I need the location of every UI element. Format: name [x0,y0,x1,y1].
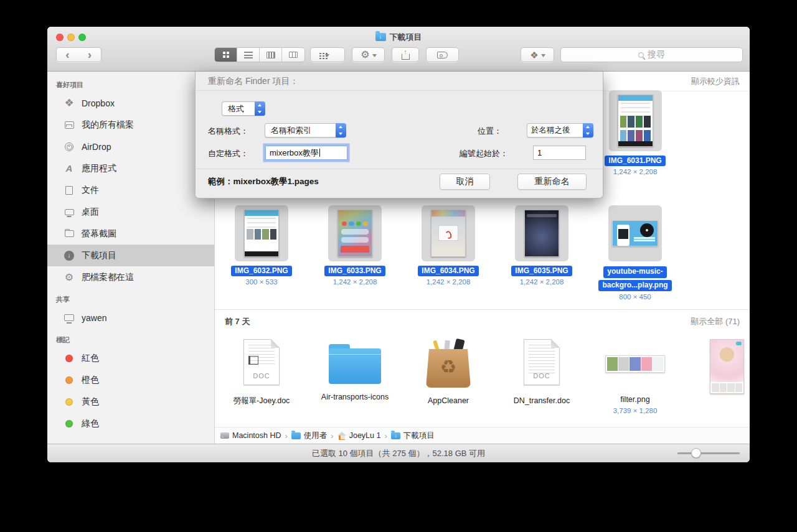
file-item-dn-transfer-doc[interactable]: DOC DN_transfer.doc [495,339,588,406]
search-input[interactable]: 搜尋 [560,47,743,62]
file-item-img-6033[interactable]: IMG_6033.PNG 1,242 × 2,208 [308,205,402,286]
desktop-icon [64,207,75,218]
sidebar-item-screenshots[interactable]: 螢幕截圖 [47,223,214,245]
finder-window: ↓下載項目 ‹ › ▾ ⚙ ▾ ↑ [47,27,750,462]
doc-file-icon: DOC [243,339,280,385]
file-item-img-6034[interactable]: IMG_6034.PNG 1,242 × 2,208 [402,205,495,286]
section-divider [215,309,750,310]
show-all-link[interactable]: 顯示全部 (71) [691,316,740,327]
sidebar: 喜好項目 ❖ Dropbox 我的所有檔案 AirDrop A 應用程式 文件 … [47,72,215,444]
name-format-popup[interactable]: 名稱和索引 [265,123,346,138]
custom-format-input[interactable]: mixerbox教學 [265,146,347,160]
file-item-img-6035[interactable]: IMG_6035.PNG 1,242 × 2,208 [495,205,588,286]
search-placeholder: 搜尋 [648,49,665,60]
screenshot-art [338,210,372,256]
smart-folder-gear-icon: ⚙ [64,272,75,283]
file-name-label: IMG_6031.PNG [605,156,665,166]
thumbnail-selection-background [608,205,662,261]
share-arrow-icon: ↑ [403,49,407,55]
rename-example-text: 範例：mixerbox教學1.pages [208,176,319,187]
airdrop-glyph [65,142,73,151]
icon-view-button[interactable] [215,48,237,62]
blue-folder-icon [329,344,381,384]
file-item-filter-png[interactable]: filter.png 3,739 × 1,280 [588,339,682,414]
search-icon [638,52,644,58]
start-number-input[interactable]: 1 [533,146,586,160]
file-name-label-line2: backgro...play.png [598,280,671,292]
cancel-button-label: 取消 [456,176,474,187]
coverflow-view-button[interactable] [282,48,304,62]
sidebar-item-yawen[interactable]: yawen [47,307,214,329]
path-item-downloads[interactable]: ↓ 下載項目 [391,431,435,441]
column-view-button[interactable] [260,48,282,62]
sidebar-item-label: Dropbox [82,98,115,108]
selfie-filter-art [710,340,743,382]
show-less-info-link[interactable]: 顯示較少資訊 [691,76,740,87]
sidebar-item-all-files[interactable]: 我的所有檔案 [47,114,214,136]
path-item-users[interactable]: 使用者 [291,431,328,441]
thumbnail-selection-background [235,205,288,261]
file-item-air-transports-icons[interactable]: Air-transports-icons [308,339,402,403]
file-dimensions: 1,242 × 2,208 [402,278,495,286]
sidebar-item-documents[interactable]: 文件 [47,179,214,201]
list-view-button[interactable] [237,48,260,62]
file-item-partial[interactable] [710,339,744,394]
edit-tags-button[interactable] [426,47,459,62]
file-name-label: IMG_6035.PNG [511,266,572,276]
orange-dot [65,376,73,384]
forward-button[interactable]: › [78,47,101,62]
green-tag-icon [64,418,75,429]
icon-size-slider[interactable] [677,452,740,454]
sidebar-item-tag-orange[interactable]: 橙色 [47,369,214,391]
drive-icon [220,432,229,439]
sidebar-item-tag-yellow[interactable]: 黃色 [47,391,214,413]
position-popup-value: 於名稱之後 [531,125,570,136]
slider-knob[interactable] [691,448,701,458]
format-popup[interactable]: 格式 [222,101,265,116]
back-button[interactable]: ‹ [56,47,79,62]
path-item-joeylu1[interactable]: JoeyLu 1 [337,431,381,440]
action-button[interactable]: ⚙ ▾ [352,47,385,62]
sidebar-item-label: 我的所有檔案 [82,119,134,131]
file-item-appcleaner[interactable]: ♻ AppCleaner [402,339,495,406]
rename-finder-items-dialog: 重新命名 Finder 項目： 格式 名稱格式： 名稱和索引 位置： 於名稱之後… [195,72,603,198]
documents-icon [64,185,75,196]
grid-view-icon [223,52,225,54]
chevron-down-icon: ▾ [541,52,545,58]
cancel-button[interactable]: 取消 [440,174,490,190]
sidebar-item-applications[interactable]: A 應用程式 [47,157,214,179]
sidebar-item-label: 桌面 [82,207,99,218]
path-bar: Macintosh HD › 使用者 › JoeyLu 1 › ↓ 下載項目 [215,427,750,444]
path-item-label: JoeyLu 1 [349,431,381,440]
dropbox-toolbar-button[interactable]: ❖ ▾ [521,47,554,62]
sidebar-item-dropbox[interactable]: ❖ Dropbox [47,92,214,114]
all-files-icon [64,119,75,131]
arrange-button[interactable]: ▾ [310,47,345,62]
name-format-label: 名稱格式： [208,126,248,137]
file-item-laobaodan-doc[interactable]: DOC 勞報單-Joey.doc [215,339,308,406]
file-item-img-6032[interactable]: IMG_6032.PNG 300 × 533 [215,205,308,286]
popup-stepper-icon [255,101,265,116]
name-format-popup-value: 名稱和索引 [271,125,311,136]
thumbnail-selection-background [609,90,662,151]
sidebar-item-tag-red[interactable]: 紅色 [47,347,214,369]
sidebar-item-label: 綠色 [82,418,99,429]
orange-tag-icon [64,375,75,386]
sidebar-item-downloads[interactable]: ↓ 下載項目 [47,245,214,266]
sidebar-item-airdrop[interactable]: AirDrop [47,136,214,157]
path-separator-icon: › [285,431,288,441]
position-popup[interactable]: 於名稱之後 [527,123,593,138]
thumbnail-img-6035 [524,210,559,257]
folder-glyph [65,230,74,237]
share-button[interactable]: ↑ [392,47,419,62]
downloads-folder-icon: ↓ [375,33,386,41]
sidebar-item-desktop[interactable]: 桌面 [47,201,214,223]
rename-button[interactable]: 重新命名 [517,174,587,190]
download-arrow-icon: ↓ [391,432,400,439]
sidebar-item-tag-green[interactable]: 綠色 [47,413,214,434]
sidebar-item-label: yawen [82,313,106,323]
sidebar-item-fat-files[interactable]: ⚙ 肥檔案都在這 [47,266,214,288]
popup-stepper-icon [336,123,346,138]
file-item-youtube-music[interactable]: youtube-music- backgro...play.png 800 × … [588,205,682,301]
path-item-macintosh-hd[interactable]: Macintosh HD [220,431,281,440]
